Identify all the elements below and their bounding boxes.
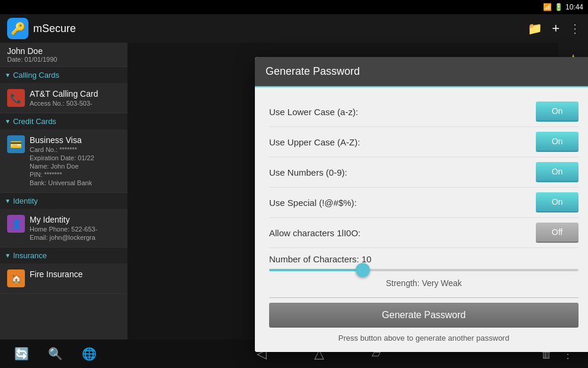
bottom-left-actions: 🔄 🔍 🌐	[14, 347, 97, 361]
insurance-text: Fire Insurance	[30, 269, 120, 279]
special-toggle[interactable]: On	[536, 192, 579, 212]
calling-card-text: AT&T Calling Card Access No.: 503-503-	[30, 89, 120, 107]
numbers-toggle[interactable]: On	[536, 162, 579, 182]
visa-sub-4: PIN: *******	[30, 171, 120, 178]
header-actions: 📁 + ⋮	[528, 21, 581, 36]
generate-password-button[interactable]: Generate Password	[269, 303, 579, 328]
app-title: mSecure	[33, 23, 523, 35]
att-calling-card-item[interactable]: 📞 AT&T Calling Card Access No.: 503-503-	[0, 83, 127, 113]
user-item[interactable]: John Doe Date: 01/01/1990	[0, 43, 127, 67]
visa-sub-2: Expiration Date: 01/22	[30, 154, 120, 161]
identity-sub-2: Email: john@lockergra	[30, 234, 120, 241]
app-header: 🔑 mSecure 📁 + ⋮	[0, 14, 588, 43]
insurance-section[interactable]: ▼ Insurance	[0, 248, 127, 264]
calling-card-sub: Access No.: 503-503-	[30, 100, 120, 107]
center-area: Generate Password Use Lower Case (a-z): …	[127, 43, 558, 340]
numbers-row: Use Numbers (0-9): On	[269, 157, 579, 188]
identity-title: My Identity	[30, 215, 120, 224]
allow-chars-row: Allow characters 1lI0O: Off	[269, 218, 579, 248]
identity-icon: 👤	[7, 215, 25, 233]
business-visa-item[interactable]: 💳 Business Visa Card No.: ******* Expira…	[0, 129, 127, 193]
identity-sub-1: Home Phone: 522-653-	[30, 226, 120, 233]
slider-fill	[269, 269, 362, 271]
visa-icon: 💳	[7, 135, 25, 153]
globe-icon[interactable]: 🌐	[82, 347, 97, 361]
lower-case-label: Use Lower Case (a-z):	[269, 107, 358, 117]
identity-label: Identity	[13, 196, 38, 205]
identity-section[interactable]: ▼ Identity	[0, 193, 127, 209]
upper-case-row: Use Upper Case (A-Z): On	[269, 127, 579, 157]
visa-sub-3: Name: John Doe	[30, 163, 120, 170]
wifi-icon: 📶	[543, 3, 552, 11]
section-triangle-2: ▼	[5, 118, 11, 125]
app-logo: 🔑	[7, 18, 28, 39]
strength-row: Strength: Very Weak	[269, 276, 579, 293]
allow-chars-toggle[interactable]: Off	[536, 223, 579, 243]
section-triangle: ▼	[5, 72, 11, 78]
insurance-icon: 🏠	[7, 269, 25, 287]
special-row: Use Special (!@#$%): On	[269, 188, 579, 218]
lower-case-row: Use Lower Case (a-z): On	[269, 97, 579, 127]
visa-sub-1: Card No.: *******	[30, 146, 120, 153]
calling-cards-section[interactable]: ▼ Calling Cards	[0, 67, 127, 83]
credit-cards-section[interactable]: ▼ Credit Cards	[0, 113, 127, 129]
dialog-body: Use Lower Case (a-z): On Use Upper Case …	[255, 87, 588, 352]
sidebar: John Doe Date: 01/01/1990 ▼ Calling Card…	[0, 43, 127, 340]
visa-title: Business Visa	[30, 135, 120, 145]
generate-password-dialog: Generate Password Use Lower Case (a-z): …	[255, 57, 588, 352]
slider-container[interactable]	[269, 267, 579, 276]
slider-thumb[interactable]	[356, 263, 370, 277]
lower-case-toggle[interactable]: On	[536, 101, 579, 122]
upper-case-label: Use Upper Case (A-Z):	[269, 137, 360, 147]
insurance-title: Fire Insurance	[30, 269, 120, 279]
add-icon[interactable]: +	[552, 21, 560, 36]
main-content: John Doe Date: 01/01/1990 ▼ Calling Card…	[0, 43, 588, 340]
upper-case-toggle[interactable]: On	[536, 132, 579, 152]
calling-cards-label: Calling Cards	[13, 71, 59, 80]
num-chars-row: Number of Characters: 10	[269, 248, 579, 267]
menu-icon[interactable]: ⋮	[569, 21, 581, 36]
my-identity-item[interactable]: 👤 My Identity Home Phone: 522-653- Email…	[0, 209, 127, 248]
numbers-label: Use Numbers (0-9):	[269, 167, 347, 177]
dialog-title: Generate Password	[266, 65, 360, 78]
generate-hint: Press button above to generate another p…	[269, 334, 579, 342]
status-icons: 📶 🔋 10:44	[543, 3, 583, 11]
identity-text: My Identity Home Phone: 522-653- Email: …	[30, 215, 120, 241]
dialog-header: Generate Password	[255, 57, 588, 87]
sync-icon[interactable]: 🔄	[14, 347, 29, 361]
search-icon[interactable]: 🔍	[48, 347, 63, 361]
visa-text: Business Visa Card No.: ******* Expirati…	[30, 135, 120, 186]
slider-track	[269, 269, 579, 271]
special-label: Use Special (!@#$%):	[269, 198, 357, 208]
user-name: John Doe	[7, 46, 120, 56]
user-date: Date: 01/01/1990	[7, 56, 120, 63]
divider	[269, 297, 579, 298]
status-bar: 📶 🔋 10:44	[0, 0, 588, 14]
visa-sub-5: Bank: Universal Bank	[30, 179, 120, 186]
folder-icon[interactable]: 📁	[528, 21, 542, 36]
strength-text: Strength: Very Weak	[386, 278, 462, 288]
allow-chars-label: Allow characters 1lI0O:	[269, 228, 360, 238]
calling-card-icon: 📞	[7, 89, 25, 107]
section-triangle-3: ▼	[5, 198, 11, 204]
status-time: 10:44	[565, 3, 583, 11]
credit-cards-label: Credit Cards	[13, 117, 56, 126]
insurance-label: Insurance	[13, 251, 47, 260]
num-chars-label: Number of Characters: 10	[269, 254, 372, 264]
battery-icon: 🔋	[554, 3, 563, 11]
calling-card-title: AT&T Calling Card	[30, 89, 120, 99]
fire-insurance-item[interactable]: 🏠 Fire Insurance	[0, 264, 127, 294]
section-triangle-4: ▼	[5, 252, 11, 259]
